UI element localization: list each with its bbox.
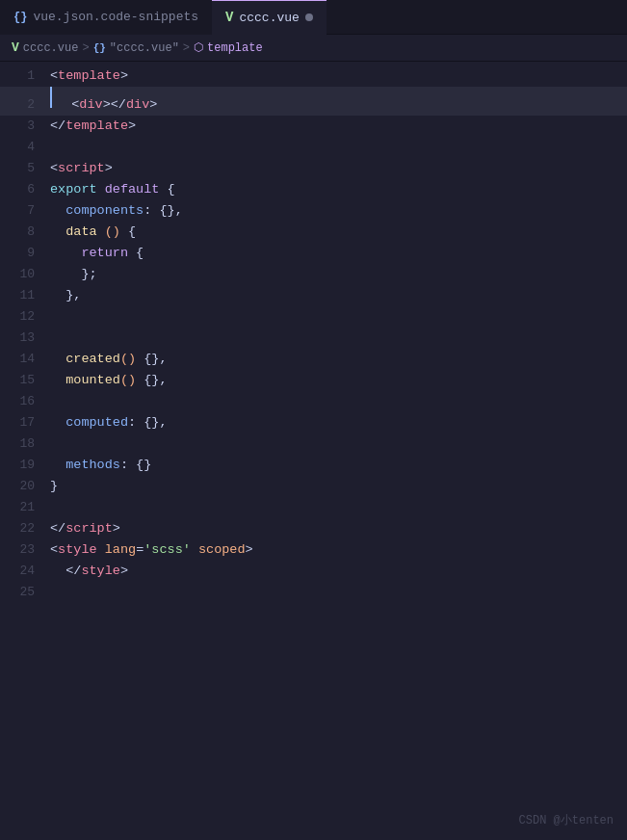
code-token: >	[149, 97, 157, 112]
code-token	[50, 246, 81, 260]
code-token: <	[50, 161, 58, 175]
code-line: 25	[0, 582, 627, 603]
watermark: CSDN @小tenten	[519, 812, 614, 828]
line-number: 7	[0, 200, 50, 222]
code-line: 24 </style>	[0, 561, 627, 582]
gutter-indicator	[50, 87, 52, 108]
editor-area: 1<template>2 <div></div>3</template>45<s…	[0, 62, 627, 603]
code-token: >	[113, 521, 120, 536]
code-line: 13	[0, 328, 627, 349]
code-token: methods	[50, 458, 120, 472]
code-token: export	[50, 182, 97, 197]
code-token	[56, 97, 71, 112]
line-number: 18	[0, 433, 50, 455]
line-number: 1	[0, 66, 50, 87]
json-icon: {}	[13, 11, 27, 24]
breadcrumb-template-icon: ⬡	[194, 40, 203, 55]
code-token: </	[50, 521, 65, 536]
tab-json[interactable]: {} vue.json.code-snippets	[0, 0, 212, 35]
code-line: 8 data () {	[0, 222, 627, 243]
code-line: 7 components: {},	[0, 200, 627, 222]
code-token: scoped	[191, 542, 246, 557]
code-line: 17 computed: {},	[0, 412, 627, 433]
code-token: script	[65, 521, 113, 536]
line-number: 2	[0, 94, 50, 116]
code-token: ()	[120, 373, 136, 387]
code-token	[50, 373, 65, 387]
line-content: data () {	[50, 222, 136, 243]
code-token: </	[50, 118, 65, 133]
line-content: mounted() {},	[50, 370, 168, 391]
code-token: {	[136, 352, 151, 366]
line-content: methods: {}	[50, 455, 151, 476]
breadcrumb-vue-icon: V	[12, 40, 19, 55]
code-token: ()	[97, 224, 120, 239]
code-token: },	[151, 415, 167, 430]
line-number: 6	[0, 179, 50, 200]
line-number: 15	[0, 370, 50, 391]
code-line: 18	[0, 433, 627, 455]
line-number: 11	[0, 285, 50, 306]
line-content: <template>	[50, 66, 128, 87]
line-number: 14	[0, 349, 50, 370]
code-token: ></	[103, 97, 126, 112]
line-content: </style>	[50, 561, 128, 582]
tab-bar: {} vue.json.code-snippets V cccc.vue	[0, 0, 627, 35]
tab-vue-label: cccc.vue	[239, 11, 299, 25]
code-token: return	[81, 246, 128, 260]
code-token: {	[159, 182, 174, 197]
code-token: };	[50, 267, 97, 281]
code-line: 5<script>	[0, 158, 627, 179]
code-token: >	[246, 542, 253, 557]
code-line: 21	[0, 497, 627, 518]
line-content: <script>	[50, 158, 113, 179]
code-token: style	[81, 564, 120, 578]
code-token: : {	[120, 458, 144, 472]
code-token: },	[151, 373, 167, 387]
line-content: <style lang='scss' scoped>	[50, 539, 253, 561]
code-line: 20}	[0, 476, 627, 497]
code-line: 23<style lang='scss' scoped>	[0, 539, 627, 561]
code-line: 9 return {	[0, 243, 627, 264]
vue-icon: V	[225, 10, 233, 25]
code-token: {	[128, 246, 144, 260]
code-token: }	[50, 479, 58, 493]
code-token: },	[168, 203, 183, 218]
line-number: 16	[0, 391, 50, 412]
line-content: };	[50, 264, 97, 285]
breadcrumb-component: "cccc.vue"	[110, 41, 179, 55]
code-container: 1<template>2 <div></div>3</template>45<s…	[0, 62, 627, 603]
code-token: : {	[128, 415, 151, 430]
line-number: 8	[0, 222, 50, 243]
breadcrumb-sep-1: >	[82, 41, 89, 55]
code-token: >	[120, 68, 128, 83]
line-content: return {	[50, 243, 144, 264]
line-content: <div></div>	[56, 94, 157, 116]
code-line: 2 <div></div>	[0, 87, 627, 116]
code-token: style	[58, 542, 97, 557]
code-token: default	[105, 182, 160, 197]
code-line: 10 };	[0, 264, 627, 285]
line-number: 10	[0, 264, 50, 285]
code-token: mounted	[65, 373, 120, 387]
line-content: },	[50, 285, 81, 306]
tab-vue[interactable]: V cccc.vue	[212, 0, 327, 35]
line-number: 3	[0, 116, 50, 137]
breadcrumb-template: template	[207, 41, 263, 55]
code-line: 11 },	[0, 285, 627, 306]
line-number: 19	[0, 455, 50, 476]
code-line: 14 created() {},	[0, 349, 627, 370]
code-token: data	[65, 224, 96, 239]
code-token: created	[65, 352, 120, 366]
line-number: 24	[0, 561, 50, 582]
code-token: div	[79, 97, 102, 112]
code-token: },	[50, 288, 81, 302]
code-token: >	[128, 118, 136, 133]
code-token: computed	[50, 415, 128, 430]
breadcrumb-object-icon: {}	[93, 42, 106, 54]
code-token	[50, 352, 65, 366]
line-content: </template>	[50, 116, 136, 137]
breadcrumb-sep-2: >	[183, 41, 190, 55]
code-line: 1<template>	[0, 66, 627, 87]
line-number: 20	[0, 476, 50, 497]
